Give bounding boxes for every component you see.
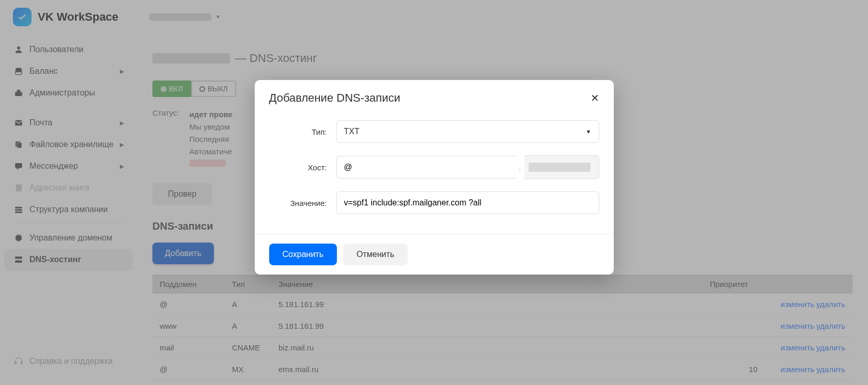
modal-footer: Сохранить Отменить — [255, 234, 614, 275]
cancel-button[interactable]: Отменить — [343, 244, 408, 265]
form-row-host: Хост: . — [269, 155, 599, 179]
value-label: Значение: — [269, 199, 336, 207]
close-button[interactable]: ✕ — [591, 92, 599, 104]
form-row-value: Значение: — [269, 191, 599, 214]
form-row-type: Тип: TXT ▼ — [269, 120, 599, 143]
modal-header: Добавление DNS-записи ✕ — [255, 80, 614, 110]
close-icon: ✕ — [591, 92, 599, 104]
modal-overlay: Добавление DNS-записи ✕ Тип: TXT ▼ Хост: — [0, 0, 868, 385]
domain-suffix-redacted — [529, 163, 591, 172]
type-label: Тип: — [269, 127, 336, 136]
chevron-down-icon: ▼ — [586, 129, 592, 135]
save-label: Сохранить — [283, 250, 324, 259]
modal-title: Добавление DNS-записи — [269, 91, 400, 105]
host-suffix — [524, 155, 599, 179]
value-input[interactable] — [336, 191, 599, 214]
type-value: TXT — [344, 127, 360, 136]
host-label: Хост: — [269, 163, 336, 172]
host-dot: . — [519, 163, 521, 172]
modal-body: Тип: TXT ▼ Хост: . — [255, 110, 614, 234]
host-input[interactable] — [336, 156, 516, 179]
type-select[interactable]: TXT ▼ — [336, 120, 599, 143]
add-dns-modal: Добавление DNS-записи ✕ Тип: TXT ▼ Хост: — [255, 80, 614, 275]
cancel-label: Отменить — [357, 250, 394, 259]
save-button[interactable]: Сохранить — [269, 244, 337, 265]
